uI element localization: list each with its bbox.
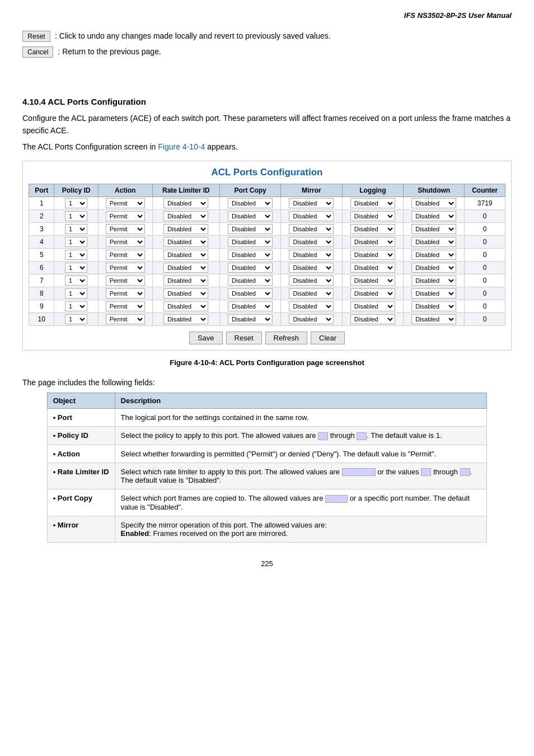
cell-rate[interactable]: Disabled <box>152 223 219 236</box>
cell-logging[interactable]: Disabled <box>342 300 403 313</box>
logging-select[interactable]: Disabled <box>350 288 395 298</box>
cell-rate[interactable]: Disabled <box>152 274 219 287</box>
cell-mirror[interactable]: Disabled <box>281 197 342 210</box>
policy-select[interactable]: 1 <box>65 211 87 221</box>
cell-action[interactable]: Permit <box>98 313 152 326</box>
cell-action[interactable]: Permit <box>98 249 152 262</box>
cell-policy[interactable]: 1 <box>54 236 98 249</box>
policy-select[interactable]: 1 <box>65 288 87 298</box>
cell-policy[interactable]: 1 <box>54 287 98 300</box>
cell-mirror[interactable]: Disabled <box>281 300 342 313</box>
cell-shutdown[interactable]: Disabled <box>404 287 465 300</box>
cancel-button[interactable]: Cancel <box>22 46 53 58</box>
port-copy-select[interactable]: Disabled <box>228 276 273 286</box>
action-select[interactable]: Permit <box>106 250 145 260</box>
cell-rate[interactable]: Disabled <box>152 287 219 300</box>
port-copy-select[interactable]: Disabled <box>228 301 273 311</box>
rate-select[interactable]: Disabled <box>163 314 208 324</box>
port-copy-select[interactable]: Disabled <box>228 288 273 298</box>
mirror-select[interactable]: Disabled <box>289 237 334 247</box>
policy-select[interactable]: 1 <box>65 224 87 234</box>
cell-mirror[interactable]: Disabled <box>281 287 342 300</box>
port-copy-select[interactable]: Disabled <box>228 250 273 260</box>
cell-rate[interactable]: Disabled <box>152 262 219 274</box>
cell-logging[interactable]: Disabled <box>342 249 403 262</box>
cell-policy[interactable]: 1 <box>54 223 98 236</box>
cell-shutdown[interactable]: Disabled <box>404 223 465 236</box>
policy-select[interactable]: 1 <box>65 237 87 247</box>
cell-action[interactable]: Permit <box>98 262 152 274</box>
mirror-select[interactable]: Disabled <box>289 198 334 208</box>
cell-shutdown[interactable]: Disabled <box>404 262 465 274</box>
save-button[interactable]: Save <box>189 332 223 344</box>
cell-port-copy[interactable]: Disabled <box>219 300 280 313</box>
action-select[interactable]: Permit <box>106 211 145 221</box>
cell-mirror[interactable]: Disabled <box>281 313 342 326</box>
logging-select[interactable]: Disabled <box>350 237 395 247</box>
shutdown-select[interactable]: Disabled <box>411 314 456 324</box>
logging-select[interactable]: Disabled <box>350 276 395 286</box>
cell-action[interactable]: Permit <box>98 287 152 300</box>
cell-mirror[interactable]: Disabled <box>281 249 342 262</box>
cell-action[interactable]: Permit <box>98 274 152 287</box>
cell-mirror[interactable]: Disabled <box>281 210 342 223</box>
logging-select[interactable]: Disabled <box>350 301 395 311</box>
logging-select[interactable]: Disabled <box>350 314 395 324</box>
cell-rate[interactable]: Disabled <box>152 236 219 249</box>
cell-logging[interactable]: Disabled <box>342 197 403 210</box>
action-select[interactable]: Permit <box>106 288 145 298</box>
logging-select[interactable]: Disabled <box>350 211 395 221</box>
cell-port-copy[interactable]: Disabled <box>219 262 280 274</box>
cell-shutdown[interactable]: Disabled <box>404 197 465 210</box>
rate-select[interactable]: Disabled <box>163 224 208 234</box>
cell-shutdown[interactable]: Disabled <box>404 210 465 223</box>
port-copy-select[interactable]: Disabled <box>228 263 273 273</box>
rate-select[interactable]: Disabled <box>163 288 208 298</box>
shutdown-select[interactable]: Disabled <box>411 211 456 221</box>
cell-port-copy[interactable]: Disabled <box>219 274 280 287</box>
reset-table-button[interactable]: Reset <box>226 332 262 344</box>
mirror-select[interactable]: Disabled <box>289 224 334 234</box>
cell-rate[interactable]: Disabled <box>152 300 219 313</box>
cell-shutdown[interactable]: Disabled <box>404 313 465 326</box>
shutdown-select[interactable]: Disabled <box>411 250 456 260</box>
reset-button[interactable]: Reset <box>22 31 50 42</box>
cell-logging[interactable]: Disabled <box>342 262 403 274</box>
shutdown-select[interactable]: Disabled <box>411 301 456 311</box>
cell-shutdown[interactable]: Disabled <box>404 274 465 287</box>
rate-select[interactable]: Disabled <box>163 250 208 260</box>
cell-mirror[interactable]: Disabled <box>281 274 342 287</box>
cell-shutdown[interactable]: Disabled <box>404 236 465 249</box>
cell-rate[interactable]: Disabled <box>152 197 219 210</box>
cell-policy[interactable]: 1 <box>54 274 98 287</box>
port-copy-select[interactable]: Disabled <box>228 211 273 221</box>
logging-select[interactable]: Disabled <box>350 250 395 260</box>
mirror-select[interactable]: Disabled <box>289 276 334 286</box>
cell-policy[interactable]: 1 <box>54 262 98 274</box>
shutdown-select[interactable]: Disabled <box>411 263 456 273</box>
cell-port-copy[interactable]: Disabled <box>219 287 280 300</box>
action-select[interactable]: Permit <box>106 314 145 324</box>
rate-select[interactable]: Disabled <box>163 276 208 286</box>
cell-action[interactable]: Permit <box>98 223 152 236</box>
cell-policy[interactable]: 1 <box>54 197 98 210</box>
cell-port-copy[interactable]: Disabled <box>219 197 280 210</box>
action-select[interactable]: Permit <box>106 301 145 311</box>
cell-policy[interactable]: 1 <box>54 210 98 223</box>
shutdown-select[interactable]: Disabled <box>411 224 456 234</box>
mirror-select[interactable]: Disabled <box>289 211 334 221</box>
cell-policy[interactable]: 1 <box>54 313 98 326</box>
cell-logging[interactable]: Disabled <box>342 274 403 287</box>
refresh-button[interactable]: Refresh <box>265 332 308 344</box>
cell-action[interactable]: Permit <box>98 210 152 223</box>
rate-select[interactable]: Disabled <box>163 263 208 273</box>
cell-logging[interactable]: Disabled <box>342 236 403 249</box>
logging-select[interactable]: Disabled <box>350 263 395 273</box>
cell-action[interactable]: Permit <box>98 197 152 210</box>
rate-select[interactable]: Disabled <box>163 198 208 208</box>
mirror-select[interactable]: Disabled <box>289 263 334 273</box>
mirror-select[interactable]: Disabled <box>289 301 334 311</box>
policy-select[interactable]: 1 <box>65 314 87 324</box>
mirror-select[interactable]: Disabled <box>289 314 334 324</box>
cell-logging[interactable]: Disabled <box>342 313 403 326</box>
